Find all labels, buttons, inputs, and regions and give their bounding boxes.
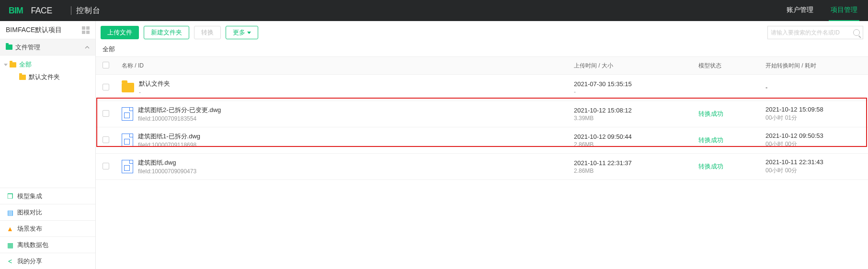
file-icon	[122, 160, 133, 173]
table-row[interactable]: 默认文件夹-2021-07-30 15:35:15--	[96, 75, 868, 101]
logo-wrap: BIM FACE 控制台	[9, 6, 101, 16]
row-checkbox[interactable]	[103, 84, 109, 90]
folder-tree: 全部 默认文件夹	[0, 56, 95, 86]
table-row[interactable]: 建筑图纸2-已拆分-已变更.dwgfileId:1000070918355420…	[96, 101, 868, 127]
search-input[interactable]	[771, 29, 853, 36]
sidebar-file-management[interactable]: 文件管理	[0, 39, 95, 56]
chevron-up-icon	[85, 45, 90, 50]
convert-time: 2021-10-12 15:09:58	[765, 106, 861, 113]
chevron-down-icon	[4, 64, 8, 66]
project-name: BIMFACE默认项目	[6, 26, 62, 34]
sidebar-model-integration[interactable]: ❒模型集成	[0, 188, 95, 204]
package-icon: ▦	[6, 241, 14, 249]
sidebar-scene-publish[interactable]: ▲场景发布	[0, 220, 95, 236]
sidebar-my-share[interactable]: <我的分享	[0, 253, 95, 269]
table-row[interactable]: 建筑图纸1-已拆分.dwgfileId:100007091186982021-1…	[96, 127, 868, 154]
row-checkbox[interactable]	[103, 163, 109, 169]
nav-account[interactable]: 账户管理	[785, 0, 815, 21]
file-size: 2.86MB	[574, 168, 698, 174]
tree-item-all[interactable]: 全部	[0, 58, 95, 71]
toolbar: 上传文件 新建文件夹 转换 更多	[96, 21, 868, 44]
convert-time: 2021-10-12 09:50:53	[765, 132, 861, 139]
file-name: 建筑图纸1-已拆分.dwg	[138, 132, 200, 141]
model-status: 转换成功	[698, 110, 723, 117]
file-icon	[122, 107, 133, 121]
sidebar-project-header[interactable]: BIMFACE默认项目	[0, 21, 95, 39]
share-icon: <	[6, 258, 14, 265]
app-header: BIM FACE 控制台 账户管理 项目管理	[0, 0, 868, 21]
file-id: -	[139, 89, 170, 96]
folder-icon	[10, 62, 16, 67]
svg-text:BIM: BIM	[9, 6, 23, 15]
tree-item-default[interactable]: 默认文件夹	[0, 71, 95, 83]
upload-button[interactable]: 上传文件	[101, 26, 139, 39]
search-icon[interactable]	[853, 29, 860, 36]
bimface-logo: BIM FACE	[9, 6, 66, 15]
table-body: 默认文件夹-2021-07-30 15:35:15--建筑图纸2-已拆分-已变更…	[96, 75, 868, 180]
warning-icon: ▲	[6, 225, 14, 233]
folder-icon	[19, 75, 26, 80]
console-title: 控制台	[76, 6, 101, 16]
file-name: 建筑图纸2-已拆分-已变更.dwg	[138, 106, 221, 114]
file-id: fileId:10000709183554	[138, 115, 221, 122]
header-nav: 账户管理 项目管理	[785, 0, 859, 21]
file-name: 建筑图纸.dwg	[138, 158, 196, 167]
chevron-down-icon	[247, 32, 251, 34]
compare-icon: ▤	[6, 209, 14, 216]
row-checkbox[interactable]	[103, 110, 109, 117]
cube-icon: ❒	[6, 192, 14, 200]
file-id: fileId:10000709118698	[138, 142, 200, 148]
folder-icon	[6, 45, 12, 50]
convert-time: -	[765, 84, 861, 91]
sidebar-graph-compare[interactable]: ▤图模对比	[0, 204, 95, 220]
new-folder-button[interactable]: 新建文件夹	[144, 26, 189, 39]
upload-time: 2021-10-12 15:08:12	[574, 107, 698, 114]
convert-duration: 00小时 01分	[765, 114, 861, 122]
table-header: 名称 / ID 上传时间 / 大小 模型状态 开始转换时间 / 耗时	[96, 56, 868, 75]
svg-text:FACE: FACE	[31, 6, 52, 15]
file-size: 2.86MB	[574, 141, 698, 148]
upload-time: 2021-10-12 09:50:44	[574, 133, 698, 140]
file-name: 默认文件夹	[139, 79, 170, 88]
convert-time: 2021-10-11 22:31:43	[765, 158, 861, 166]
model-status: 转换成功	[698, 163, 723, 170]
select-all-checkbox[interactable]	[103, 62, 109, 68]
model-status: 转换成功	[698, 136, 723, 144]
sidebar-offline-pkg[interactable]: ▦离线数据包	[0, 236, 95, 253]
convert-duration: 00小时 00分	[765, 140, 861, 148]
more-button[interactable]: 更多	[226, 26, 258, 39]
upload-time: 2021-10-11 22:31:37	[574, 159, 698, 167]
convert-button: 转换	[194, 26, 221, 39]
table-row[interactable]: 建筑图纸.dwgfileId:100007090904732021-10-11 …	[96, 154, 868, 180]
grid-icon[interactable]	[82, 26, 90, 34]
col-conv: 开始转换时间 / 耗时	[765, 62, 861, 70]
file-id: fileId:10000709090473	[138, 168, 196, 175]
col-status: 模型状态	[698, 62, 765, 70]
upload-time: 2021-07-30 15:35:15	[574, 80, 698, 88]
main-panel: 上传文件 新建文件夹 转换 更多 全部 名称 / ID 上传时间 / 大小 模型…	[96, 21, 868, 269]
col-name: 名称 / ID	[122, 62, 574, 70]
convert-duration: 00小时 00分	[765, 167, 861, 175]
col-time: 上传时间 / 大小	[574, 62, 698, 70]
folder-icon	[122, 83, 134, 92]
file-size: -	[574, 89, 698, 95]
file-icon	[122, 134, 133, 147]
search-wrap	[767, 26, 863, 39]
nav-project[interactable]: 项目管理	[829, 0, 859, 21]
breadcrumb[interactable]: 全部	[96, 44, 868, 56]
row-checkbox[interactable]	[103, 136, 109, 143]
logo-divider	[71, 6, 71, 15]
file-size: 3.39MB	[574, 115, 698, 122]
sidebar: BIMFACE默认项目 文件管理 全部 默认文件夹 ❒模型集成 ▤图模对比 ▲场…	[0, 21, 96, 269]
